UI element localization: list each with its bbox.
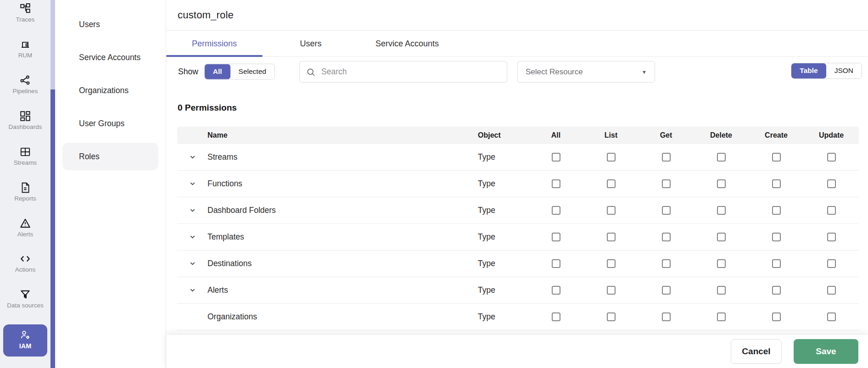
- checkbox-list[interactable]: [607, 233, 616, 241]
- expand-chevron-icon[interactable]: [177, 207, 207, 214]
- expand-chevron-icon[interactable]: [177, 180, 207, 187]
- checkbox-cell: [804, 286, 859, 295]
- column-header-create: Create: [749, 131, 804, 139]
- checkbox-list[interactable]: [607, 259, 616, 268]
- checkbox-delete[interactable]: [717, 259, 726, 268]
- checkbox-create[interactable]: [772, 179, 781, 188]
- dashboards-icon: [19, 110, 31, 122]
- search-input[interactable]: [320, 67, 500, 77]
- checkbox-update[interactable]: [827, 206, 836, 215]
- sidebar-item-reports[interactable]: Reports: [0, 182, 50, 202]
- checkbox-all[interactable]: [552, 153, 560, 162]
- checkbox-create[interactable]: [772, 206, 781, 215]
- checkbox-create[interactable]: [772, 312, 781, 321]
- checkbox-list[interactable]: [607, 312, 616, 321]
- tab-users[interactable]: Users: [263, 31, 359, 56]
- sidebar-item-pipelines[interactable]: Pipelines: [0, 74, 50, 95]
- sidebar-item-streams[interactable]: Streams: [0, 146, 50, 167]
- checkbox-all[interactable]: [552, 179, 560, 188]
- sidebar-item-service-accounts[interactable]: Service Accounts: [55, 41, 166, 74]
- sidebar-item-roles[interactable]: Roles: [62, 143, 158, 170]
- checkbox-cell: [694, 206, 749, 215]
- sidebar-item-alerts[interactable]: Alerts: [0, 217, 50, 238]
- sidebar-item-label: Alerts: [17, 231, 34, 238]
- checkbox-all[interactable]: [552, 286, 560, 295]
- row-name: Organizations: [207, 312, 478, 322]
- sidebar-item-label: Data sources: [7, 302, 44, 309]
- checkbox-create[interactable]: [772, 286, 781, 295]
- checkbox-cell: [528, 206, 583, 215]
- checkbox-create[interactable]: [772, 233, 781, 241]
- cancel-button[interactable]: Cancel: [731, 339, 782, 364]
- checkbox-get[interactable]: [662, 233, 671, 241]
- checkbox-get[interactable]: [662, 179, 671, 188]
- checkbox-cell: [749, 206, 804, 215]
- checkbox-create[interactable]: [772, 153, 781, 162]
- sidebar-item-users[interactable]: Users: [55, 8, 166, 41]
- checkbox-cell: [528, 286, 583, 295]
- resource-select[interactable]: Select Resource ▼: [517, 61, 655, 83]
- view-table-button[interactable]: Table: [791, 63, 826, 78]
- row-name: Functions: [207, 179, 478, 189]
- checkbox-all[interactable]: [552, 259, 560, 268]
- sidebar-item-traces[interactable]: Traces: [0, 3, 50, 23]
- checkbox-update[interactable]: [827, 153, 836, 162]
- checkbox-cell: [749, 233, 804, 241]
- checkbox-cell: [583, 286, 638, 295]
- sidebar-item-actions[interactable]: Actions: [0, 253, 50, 273]
- checkbox-all[interactable]: [552, 206, 560, 215]
- expand-chevron-icon[interactable]: [177, 287, 207, 294]
- checkbox-get[interactable]: [662, 206, 671, 215]
- table-row: AlertsType: [177, 277, 859, 304]
- sidebar-item-organizations[interactable]: Organizations: [55, 74, 166, 107]
- sidebar-scrollbar[interactable]: [50, 0, 55, 368]
- pipelines-icon: [19, 74, 31, 86]
- sidebar-item-rum[interactable]: RUM: [0, 39, 50, 59]
- checkbox-delete[interactable]: [717, 153, 726, 162]
- show-toggle-group: Show AllSelected: [178, 64, 275, 80]
- checkbox-list[interactable]: [607, 179, 616, 188]
- expand-chevron-icon[interactable]: [177, 234, 207, 240]
- sidebar-item-data-sources[interactable]: Data sources: [0, 289, 50, 309]
- checkbox-delete[interactable]: [717, 206, 726, 215]
- checkbox-create[interactable]: [772, 259, 781, 268]
- expand-chevron-icon[interactable]: [177, 260, 207, 267]
- save-button[interactable]: Save: [794, 339, 858, 364]
- checkbox-list[interactable]: [607, 206, 616, 215]
- checkbox-delete[interactable]: [717, 312, 726, 321]
- checkbox-list[interactable]: [607, 153, 616, 162]
- checkbox-cell: [583, 179, 638, 188]
- tab-permissions[interactable]: Permissions: [166, 31, 263, 56]
- checkbox-get[interactable]: [662, 259, 671, 268]
- column-header-delete: Delete: [694, 131, 749, 139]
- show-selected-button[interactable]: Selected: [230, 64, 274, 79]
- table-row: DestinationsType: [177, 251, 859, 277]
- checkbox-cell: [749, 286, 804, 295]
- checkbox-update[interactable]: [827, 179, 836, 188]
- checkbox-update[interactable]: [827, 286, 836, 295]
- sidebar-item-dashboards[interactable]: Dashboards: [0, 110, 50, 131]
- checkbox-cell: [749, 153, 804, 162]
- checkbox-get[interactable]: [662, 312, 671, 321]
- checkbox-get[interactable]: [662, 153, 671, 162]
- checkbox-get[interactable]: [662, 286, 671, 295]
- checkbox-update[interactable]: [827, 233, 836, 241]
- expand-chevron-icon[interactable]: [177, 154, 207, 161]
- sidebar-scrollbar-thumb[interactable]: [50, 89, 55, 368]
- sidebar-item-user-groups[interactable]: User Groups: [55, 107, 166, 140]
- checkbox-delete[interactable]: [717, 286, 726, 295]
- checkbox-list[interactable]: [607, 286, 616, 295]
- view-json-button[interactable]: JSON: [826, 63, 862, 78]
- tab-service-accounts[interactable]: Service Accounts: [359, 31, 455, 56]
- checkbox-all[interactable]: [552, 233, 560, 241]
- checkbox-update[interactable]: [827, 312, 836, 321]
- show-all-button[interactable]: All: [205, 64, 230, 79]
- sidebar-item-iam[interactable]: IAM: [3, 324, 47, 357]
- checkbox-all[interactable]: [552, 312, 560, 321]
- checkbox-update[interactable]: [827, 259, 836, 268]
- checkbox-delete[interactable]: [717, 179, 726, 188]
- page-header: custom_role: [166, 0, 868, 31]
- checkbox-delete[interactable]: [717, 233, 726, 241]
- page-title: custom_role: [178, 9, 234, 21]
- sidebar-item-label: Actions: [15, 266, 35, 273]
